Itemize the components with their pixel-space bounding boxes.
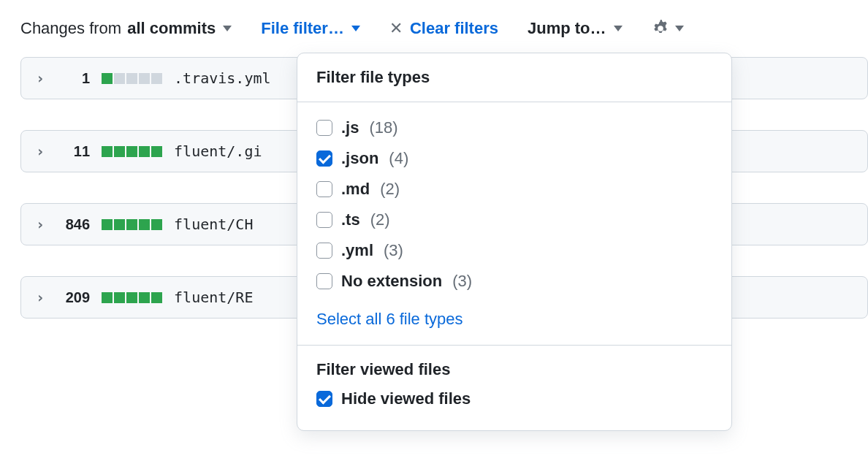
file-type-row[interactable]: .js (18) (316, 113, 712, 143)
file-type-checkbox[interactable] (316, 273, 332, 289)
file-filter-dropdown[interactable]: File filter… (261, 19, 360, 38)
filter-types-header: Filter file types (297, 53, 731, 102)
file-type-count: (18) (369, 118, 397, 137)
file-type-count: (3) (452, 272, 472, 291)
diff-toolbar: Changes from all commits File filter… ✕ … (0, 0, 868, 57)
changes-from-prefix: Changes from (20, 19, 121, 38)
x-icon: ✕ (389, 20, 403, 37)
file-filter-menu: Filter file types .js (18).json (4).md (… (297, 53, 732, 349)
caret-down-icon (675, 26, 684, 31)
settings-dropdown[interactable] (652, 20, 684, 37)
changes-from-dropdown[interactable]: Changes from all commits (20, 19, 232, 38)
diff-count: 846 (56, 216, 90, 233)
file-name: .travis.yml (174, 69, 270, 87)
caret-down-icon (223, 26, 232, 31)
file-type-checkbox[interactable] (316, 120, 332, 136)
chevron-right-icon[interactable]: › (36, 216, 45, 233)
clear-filters-button[interactable]: ✕ Clear filters (389, 19, 498, 38)
file-type-count: (4) (389, 149, 408, 168)
file-types-list: .js (18).json (4).md (2).ts (2).yml (3)N… (297, 102, 731, 301)
file-type-row[interactable]: .md (2) (316, 174, 712, 205)
file-type-checkbox[interactable] (316, 181, 332, 197)
filter-viewed-header: Filter viewed files (297, 346, 731, 349)
diffstat-bar (102, 292, 162, 303)
caret-down-icon (614, 26, 623, 31)
file-type-row[interactable]: No extension (3) (316, 266, 712, 297)
file-type-label: .yml (341, 241, 373, 260)
file-type-row[interactable]: .yml (3) (316, 235, 712, 266)
file-type-checkbox[interactable] (316, 243, 332, 259)
file-type-count: (2) (380, 180, 400, 199)
diffstat-bar (102, 219, 162, 230)
file-type-label: No extension (341, 272, 442, 291)
file-type-row[interactable]: .json (4) (316, 143, 712, 174)
file-type-label: .ts (341, 210, 360, 229)
file-type-checkbox[interactable] (316, 150, 332, 167)
select-all-link[interactable]: Select all 6 file types (297, 301, 731, 345)
chevron-right-icon[interactable]: › (36, 69, 45, 87)
diff-count: 11 (56, 143, 90, 160)
clear-filters-label: Clear filters (410, 19, 498, 38)
file-type-count: (3) (384, 241, 403, 260)
chevron-right-icon[interactable]: › (36, 289, 45, 306)
file-type-checkbox[interactable] (316, 212, 332, 228)
caret-down-icon (351, 26, 360, 31)
chevron-right-icon[interactable]: › (36, 142, 45, 160)
diffstat-bar (102, 146, 162, 157)
file-type-label: .json (341, 149, 378, 168)
file-type-label: .md (341, 180, 370, 199)
gear-icon (652, 20, 669, 37)
file-filter-label: File filter… (261, 19, 344, 38)
file-type-label: .js (341, 118, 359, 137)
diffstat-bar (102, 73, 162, 84)
diff-count: 209 (56, 289, 90, 306)
changes-from-value: all commits (127, 19, 216, 38)
file-name: fluent/CH (174, 216, 253, 233)
file-type-count: (2) (370, 210, 390, 229)
file-name: fluent/RE (174, 289, 253, 306)
diff-count: 1 (56, 70, 90, 87)
file-name: fluent/.gi (174, 142, 262, 160)
jump-to-label: Jump to… (528, 19, 606, 38)
file-type-row[interactable]: .ts (2) (316, 205, 712, 235)
jump-to-dropdown[interactable]: Jump to… (528, 19, 623, 38)
